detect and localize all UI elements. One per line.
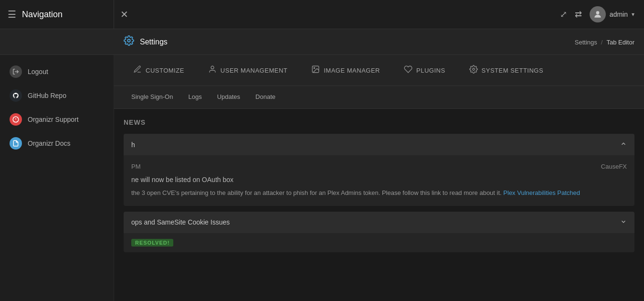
svg-point-0 xyxy=(596,11,600,14)
breadcrumb: Settings / Tab Editor xyxy=(575,38,634,45)
nav-item-customize[interactable]: CUSTOMIZE xyxy=(124,60,194,80)
breadcrumb-parent[interactable]: Settings xyxy=(575,38,597,45)
news-card-1-title: h xyxy=(131,141,135,149)
logout-icon xyxy=(10,65,22,78)
sidebar-item-label-logout: Logout xyxy=(28,68,48,75)
sidebar-item-label-organizr-docs: Organizr Docs xyxy=(28,140,70,147)
user-area[interactable]: admin ▾ xyxy=(590,6,634,22)
section-title: NEWS xyxy=(124,118,634,126)
nav-label-user-management: USER MANAGEMENT xyxy=(221,67,287,74)
content-area: NEWS h PM CauseFX ne will now be listed … xyxy=(114,109,644,301)
sidebar-item-label-organizr-support: Organizr Support xyxy=(28,116,79,123)
sidebar-item-organizr-docs[interactable]: Organizr Docs xyxy=(0,131,114,155)
sidebar-item-logout[interactable]: Logout xyxy=(0,60,114,84)
news-card-1-header[interactable]: h xyxy=(124,134,634,155)
nav-label-plugins: PLUGINS xyxy=(416,67,445,74)
sidebar-item-github[interactable]: GitHub Repo xyxy=(0,84,114,108)
top-nav: CUSTOMIZE USER MANAGEMENT IMAGE MANAGER xyxy=(114,55,644,86)
customize-icon xyxy=(133,65,142,75)
expand-icon[interactable]: ⤢ xyxy=(560,9,567,20)
news-card-2-body: RESOLVED! xyxy=(124,233,634,252)
sidebar-item-organizr-support[interactable]: Organizr Support xyxy=(0,108,114,131)
image-manager-icon xyxy=(311,65,320,75)
nav-label-customize: CUSTOMIZE xyxy=(146,67,184,74)
news-card-2-title: ops and SameSite Cookie Issues xyxy=(131,218,230,226)
tab-logs[interactable]: Logs xyxy=(180,86,209,108)
top-bar-right: ⤢ ⇄ admin ▾ xyxy=(560,6,644,22)
organizr-support-icon xyxy=(10,113,22,126)
chevron-down-icon: ▾ xyxy=(632,11,634,18)
plugins-icon xyxy=(404,65,412,75)
collapse-icon-2 xyxy=(620,218,627,226)
breadcrumb-separator: / xyxy=(601,38,603,45)
news-card-2-header[interactable]: ops and SameSite Cookie Issues xyxy=(124,212,634,233)
news-text-1: the 3 open CVE's pertaining to the abili… xyxy=(131,188,627,198)
user-management-icon xyxy=(208,65,217,75)
breadcrumb-current: Tab Editor xyxy=(606,38,634,45)
nav-item-system-settings[interactable]: SYSTEM SETTINGS xyxy=(460,60,553,80)
news-author-1: CauseFX xyxy=(601,163,627,170)
news-meta-1: PM CauseFX xyxy=(131,163,627,170)
tab-donate[interactable]: Donate xyxy=(248,86,283,108)
news-link-1[interactable]: Plex Vulnerabilities Patched xyxy=(503,189,580,196)
top-bar: ☰ Navigation ✕ ⤢ ⇄ admin ▾ xyxy=(0,0,644,29)
translate-icon[interactable]: ⇄ xyxy=(575,9,582,20)
tab-sso[interactable]: Single Sign-On xyxy=(124,86,180,108)
settings-label: Settings xyxy=(140,38,168,46)
settings-left: Settings xyxy=(114,35,177,48)
nav-item-image-manager[interactable]: IMAGE MANAGER xyxy=(302,60,390,80)
svg-point-7 xyxy=(472,68,475,71)
tab-updates[interactable]: Updates xyxy=(210,86,248,108)
nav-section: ☰ Navigation xyxy=(0,0,114,29)
news-card-1: h PM CauseFX ne will now be listed on OA… xyxy=(124,134,634,206)
svg-point-1 xyxy=(127,39,130,42)
user-name: admin xyxy=(610,11,628,18)
nav-title: Navigation xyxy=(22,10,63,20)
settings-bar: Settings Settings / Tab Editor xyxy=(0,29,644,55)
nav-label-system-settings: SYSTEM SETTINGS xyxy=(482,67,544,74)
svg-point-4 xyxy=(211,66,214,69)
collapse-icon-1 xyxy=(620,140,627,149)
news-card-1-body: PM CauseFX ne will now be listed on OAut… xyxy=(124,155,634,206)
close-button[interactable]: ✕ xyxy=(120,9,128,20)
sidebar: Logout GitHub Repo Organizr Support Orga… xyxy=(0,55,114,301)
hamburger-icon[interactable]: ☰ xyxy=(8,9,16,20)
system-settings-icon xyxy=(469,65,478,75)
sidebar-item-label-github: GitHub Repo xyxy=(28,92,66,99)
svg-point-6 xyxy=(314,67,315,68)
news-time-1: PM xyxy=(131,163,141,170)
tab-bar: Single Sign-On Logs Updates Donate xyxy=(114,86,644,109)
news-card-2: ops and SameSite Cookie Issues RESOLVED! xyxy=(124,212,634,252)
nav-item-user-management[interactable]: USER MANAGEMENT xyxy=(199,60,297,80)
news-subtitle-1: ne will now be listed on OAuth box xyxy=(131,176,627,183)
organizr-docs-icon xyxy=(10,137,22,150)
avatar xyxy=(590,6,606,22)
resolved-badge: RESOLVED! xyxy=(131,239,173,247)
nav-label-image-manager: IMAGE MANAGER xyxy=(324,67,380,74)
nav-item-plugins[interactable]: PLUGINS xyxy=(394,60,455,80)
settings-icon xyxy=(124,35,134,48)
main-content: CUSTOMIZE USER MANAGEMENT IMAGE MANAGER xyxy=(114,55,644,301)
github-icon xyxy=(10,89,22,102)
